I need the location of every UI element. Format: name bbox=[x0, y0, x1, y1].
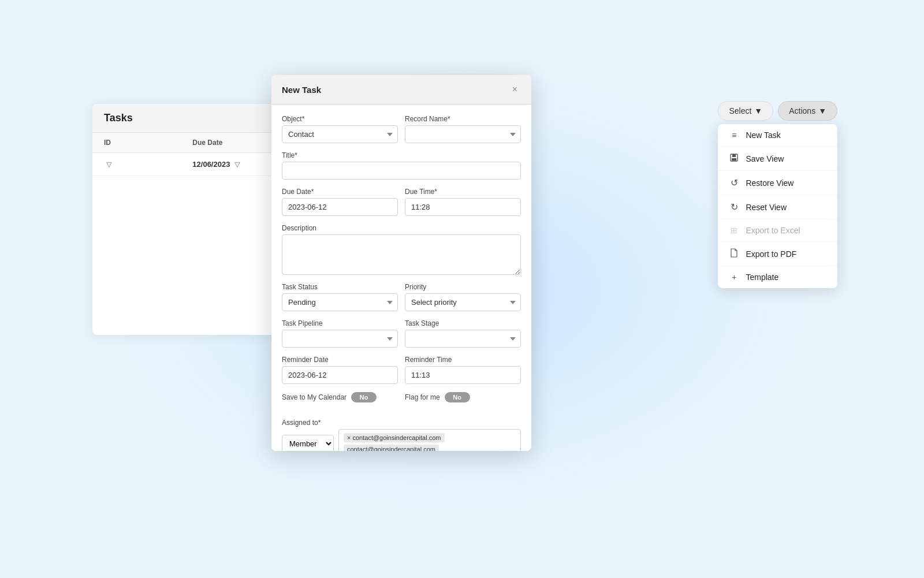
due-time-input[interactable] bbox=[405, 198, 521, 216]
reminder-row: Reminder Date Reminder Time bbox=[282, 356, 521, 384]
assigned-type-select[interactable]: Member bbox=[282, 435, 334, 452]
assigned-tag-2: contact@goinsindercapital.com bbox=[344, 445, 439, 451]
export-excel-icon: ⊞ bbox=[728, 226, 740, 235]
due-datetime-row: Due Date* Due Time* bbox=[282, 188, 521, 216]
reminder-date-input[interactable] bbox=[282, 366, 398, 384]
reset-view-icon: ↻ bbox=[728, 202, 740, 212]
restore-view-label: Restore View bbox=[746, 178, 793, 188]
save-view-label: Save View bbox=[746, 154, 784, 163]
modal-body: Object* Contact Record Name* Title* Du bbox=[271, 105, 531, 451]
priority-group: Priority Select priority bbox=[405, 283, 521, 311]
modal-title: New Task bbox=[282, 85, 321, 95]
due-date-group: Due Date* bbox=[282, 188, 398, 216]
task-pipeline-select[interactable] bbox=[282, 330, 398, 348]
new-task-icon: ≡ bbox=[728, 130, 740, 140]
status-priority-row: Task Status Pending Priority Select prio… bbox=[282, 283, 521, 311]
record-name-select[interactable] bbox=[405, 125, 521, 143]
record-name-label: Record Name* bbox=[405, 115, 521, 123]
template-label: Template bbox=[746, 273, 778, 282]
assigned-input-row: Member × contact@goinsindercapital.com c… bbox=[282, 429, 521, 451]
actions-label: Actions bbox=[789, 106, 815, 115]
title-input[interactable] bbox=[282, 162, 521, 180]
object-select[interactable]: Contact bbox=[282, 125, 398, 143]
row-id: ▽ bbox=[104, 161, 192, 169]
task-pipeline-label: Task Pipeline bbox=[282, 319, 398, 327]
select-chevron-icon: ▼ bbox=[754, 106, 762, 115]
export-pdf-icon bbox=[728, 248, 740, 259]
svg-rect-1 bbox=[732, 154, 736, 157]
task-pipeline-group: Task Pipeline bbox=[282, 319, 398, 348]
reminder-date-group: Reminder Date bbox=[282, 356, 398, 384]
record-name-group: Record Name* bbox=[405, 115, 521, 143]
due-date-label: Due Date* bbox=[282, 188, 398, 196]
task-status-label: Task Status bbox=[282, 283, 398, 291]
new-task-label: New Task bbox=[746, 130, 780, 140]
assigned-row-wrapper: Assigned to* Member × contact@goinsinder… bbox=[282, 419, 521, 451]
due-date-value: 12/06/2023 bbox=[192, 160, 230, 169]
description-label: Description bbox=[282, 224, 521, 232]
title-group: Title* bbox=[282, 151, 521, 180]
flag-me-toggle-group: Flag for me No bbox=[405, 392, 521, 402]
flag-me-toggle[interactable]: No bbox=[445, 392, 470, 402]
dropdown-item-export-excel[interactable]: ⊞ Export to Excel bbox=[718, 219, 837, 242]
dropdown-item-template[interactable]: + Template bbox=[718, 266, 837, 288]
dropdown-item-export-pdf[interactable]: Export to PDF bbox=[718, 242, 837, 266]
toggles-row: Save to My Calendar No Flag for me No bbox=[282, 392, 521, 411]
modal-header: New Task × bbox=[271, 75, 531, 105]
reminder-time-input[interactable] bbox=[405, 366, 521, 384]
due-time-label: Due Time* bbox=[405, 188, 521, 196]
title-row: Title* bbox=[282, 151, 521, 180]
flag-me-label: Flag for me bbox=[405, 393, 440, 401]
assigned-tags-container[interactable]: × contact@goinsindercapital.com contact@… bbox=[338, 429, 521, 451]
description-input[interactable] bbox=[282, 234, 521, 275]
title-label: Title* bbox=[282, 151, 521, 159]
object-group: Object* Contact bbox=[282, 115, 398, 143]
actions-button[interactable]: Actions ▼ bbox=[778, 101, 837, 121]
dropdown-item-restore-view[interactable]: ↺ Restore View bbox=[718, 171, 837, 195]
modal-close-button[interactable]: × bbox=[509, 83, 521, 96]
task-stage-select[interactable] bbox=[405, 330, 521, 348]
task-stage-label: Task Stage bbox=[405, 319, 521, 327]
assigned-label: Assigned to* bbox=[282, 419, 521, 427]
task-stage-group: Task Stage bbox=[405, 319, 521, 348]
object-record-row: Object* Contact Record Name* bbox=[282, 115, 521, 143]
actions-dropdown-menu: ≡ New Task Save View ↺ Restore View ↻ Re… bbox=[718, 124, 837, 288]
tasks-panel-title: Tasks bbox=[104, 112, 133, 124]
assigned-tag-1: × contact@goinsindercapital.com bbox=[344, 433, 445, 442]
svg-rect-2 bbox=[732, 158, 736, 161]
template-icon: + bbox=[728, 273, 740, 282]
col-due-date: Due Date bbox=[192, 139, 281, 147]
due-time-group: Due Time* bbox=[405, 188, 521, 216]
reminder-date-label: Reminder Date bbox=[282, 356, 398, 364]
actions-area: Select ▼ Actions ▼ ≡ New Task Save View … bbox=[718, 101, 837, 288]
save-calendar-label: Save to My Calendar bbox=[282, 393, 346, 401]
save-calendar-toggle-group: Save to My Calendar No bbox=[282, 392, 398, 402]
reminder-time-group: Reminder Time bbox=[405, 356, 521, 384]
filter-icon-date[interactable]: ▽ bbox=[234, 161, 240, 169]
save-view-icon bbox=[728, 153, 740, 164]
description-group: Description bbox=[282, 224, 521, 275]
col-id: ID bbox=[104, 139, 192, 147]
export-excel-label: Export to Excel bbox=[746, 226, 800, 235]
priority-select[interactable]: Select priority bbox=[405, 293, 521, 311]
pipeline-stage-row: Task Pipeline Task Stage bbox=[282, 319, 521, 348]
dropdown-item-new-task[interactable]: ≡ New Task bbox=[718, 124, 837, 147]
filter-icon-id[interactable]: ▽ bbox=[106, 161, 111, 169]
restore-view-icon: ↺ bbox=[728, 177, 740, 188]
due-date-input[interactable] bbox=[282, 198, 398, 216]
reset-view-label: Reset View bbox=[746, 203, 787, 212]
row-due-date: 12/06/2023 ▽ bbox=[192, 160, 281, 169]
priority-label: Priority bbox=[405, 283, 521, 291]
assigned-group: Assigned to* Member × contact@goinsinder… bbox=[282, 419, 521, 451]
dropdown-item-save-view[interactable]: Save View bbox=[718, 147, 837, 171]
reminder-time-label: Reminder Time bbox=[405, 356, 521, 364]
object-label: Object* bbox=[282, 115, 398, 123]
save-calendar-toggle[interactable]: No bbox=[351, 392, 377, 402]
dropdown-item-reset-view[interactable]: ↻ Reset View bbox=[718, 195, 837, 219]
select-label: Select bbox=[729, 106, 751, 115]
task-status-select[interactable]: Pending bbox=[282, 293, 398, 311]
description-row: Description bbox=[282, 224, 521, 275]
task-status-group: Task Status Pending bbox=[282, 283, 398, 311]
select-button[interactable]: Select ▼ bbox=[718, 101, 773, 121]
toolbar-buttons: Select ▼ Actions ▼ bbox=[718, 101, 837, 121]
